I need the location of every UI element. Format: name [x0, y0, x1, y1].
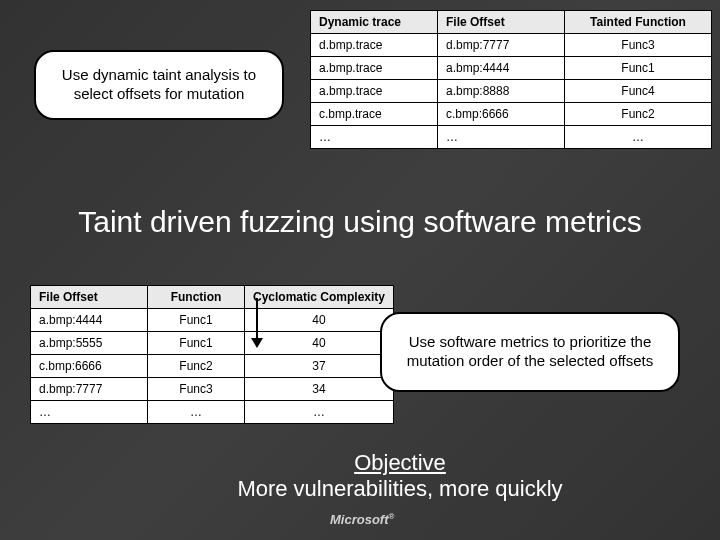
- table-row: ………: [31, 401, 394, 424]
- table-cell: a.bmp:8888: [438, 80, 565, 103]
- registered-icon: ®: [389, 512, 395, 521]
- table-taint-trace: Dynamic trace File Offset Tainted Functi…: [310, 10, 712, 149]
- table-body: a.bmp:4444Func140a.bmp:5555Func140c.bmp:…: [31, 309, 394, 424]
- callout-text: Use software metrics to prioritize the m…: [396, 333, 664, 371]
- table-cell: Func2: [148, 355, 245, 378]
- table-cell: …: [565, 126, 712, 149]
- table-cell: c.bmp:6666: [438, 103, 565, 126]
- col-header: File Offset: [31, 286, 148, 309]
- table-row: c.bmp.tracec.bmp:6666Func2: [311, 103, 712, 126]
- table-cell: 37: [245, 355, 394, 378]
- table-cell: d.bmp.trace: [311, 34, 438, 57]
- slide-title: Taint driven fuzzing using software metr…: [0, 205, 720, 239]
- table-cell: Func3: [565, 34, 712, 57]
- col-header: Cyclomatic Complexity: [245, 286, 394, 309]
- table-cell: Func4: [565, 80, 712, 103]
- callout-taint-analysis: Use dynamic taint analysis to select off…: [34, 50, 284, 120]
- table-row: a.bmp:4444Func140: [31, 309, 394, 332]
- table-cell: d.bmp:7777: [31, 378, 148, 401]
- table-row: a.bmp:5555Func140: [31, 332, 394, 355]
- table-cell: …: [438, 126, 565, 149]
- col-header: File Offset: [438, 11, 565, 34]
- table-cell: 40: [245, 332, 394, 355]
- table-cell: 40: [245, 309, 394, 332]
- table-cell: Func2: [565, 103, 712, 126]
- table-row: c.bmp:6666Func237: [31, 355, 394, 378]
- logo-text: Microsoft: [330, 512, 389, 527]
- table-cell: …: [311, 126, 438, 149]
- slide: Use dynamic taint analysis to select off…: [0, 0, 720, 540]
- col-header: Function: [148, 286, 245, 309]
- col-header: Dynamic trace: [311, 11, 438, 34]
- objective-block: Objective More vulnerabilities, more qui…: [190, 450, 610, 503]
- col-header: Tainted Function: [565, 11, 712, 34]
- table-row: a.bmp.tracea.bmp:8888Func4: [311, 80, 712, 103]
- table-cell: Func3: [148, 378, 245, 401]
- table-cell: d.bmp:7777: [438, 34, 565, 57]
- table-row: ………: [311, 126, 712, 149]
- table-cell: a.bmp.trace: [311, 57, 438, 80]
- table-complexity: File Offset Function Cyclomatic Complexi…: [30, 285, 394, 424]
- table-cell: …: [31, 401, 148, 424]
- table-cell: c.bmp.trace: [311, 103, 438, 126]
- table-cell: Func1: [148, 332, 245, 355]
- table-cell: a.bmp:4444: [438, 57, 565, 80]
- table-cell: a.bmp.trace: [311, 80, 438, 103]
- table-cell: …: [245, 401, 394, 424]
- table-cell: …: [148, 401, 245, 424]
- table-cell: Func1: [565, 57, 712, 80]
- table-row: a.bmp.tracea.bmp:4444Func1: [311, 57, 712, 80]
- table-header-row: File Offset Function Cyclomatic Complexi…: [31, 286, 394, 309]
- table-header-row: Dynamic trace File Offset Tainted Functi…: [311, 11, 712, 34]
- table-cell: c.bmp:6666: [31, 355, 148, 378]
- table-cell: a.bmp:5555: [31, 332, 148, 355]
- callout-software-metrics: Use software metrics to prioritize the m…: [380, 312, 680, 392]
- table-row: d.bmp:7777Func334: [31, 378, 394, 401]
- table-body: d.bmp.traced.bmp:7777Func3a.bmp.tracea.b…: [311, 34, 712, 149]
- callout-text: Use dynamic taint analysis to select off…: [50, 66, 268, 104]
- table-row: d.bmp.traced.bmp:7777Func3: [311, 34, 712, 57]
- table-cell: 34: [245, 378, 394, 401]
- objective-label: Objective: [354, 450, 446, 475]
- objective-text: More vulnerabilities, more quickly: [237, 476, 562, 501]
- table-cell: a.bmp:4444: [31, 309, 148, 332]
- table-cell: Func1: [148, 309, 245, 332]
- microsoft-logo: Microsoft®: [330, 512, 394, 527]
